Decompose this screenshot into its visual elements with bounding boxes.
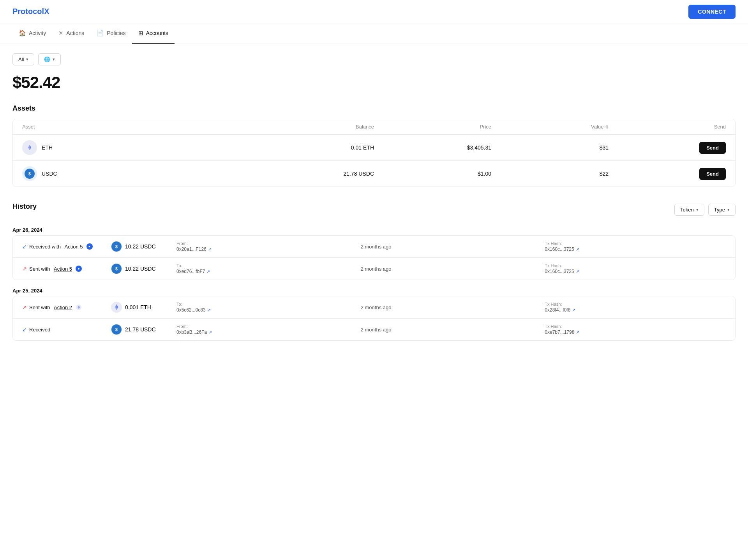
tx-hash-link-icon-3[interactable]: ↗ [572, 308, 575, 313]
history-row-2: ↗ Sent with Action 5 ● $ 10.22 USDC To: … [13, 258, 735, 280]
tx-type-text-4: Received [29, 327, 50, 333]
tx-hash-link-icon-4[interactable]: ↗ [576, 330, 579, 335]
tx-addr-value-2: 0xed76...fbF7 [176, 269, 205, 274]
col-send: Send [609, 124, 726, 130]
asset-eth-cell: ETH [22, 140, 257, 155]
assets-table: Asset Balance Price Value ⇅ Send [12, 119, 736, 187]
usdc-send-button[interactable]: Send [699, 168, 726, 180]
usdc-icon: $ [22, 166, 37, 181]
nav-item-policies[interactable]: 📄 Policies [90, 23, 132, 44]
tx-hash-value-3: 0x28f4...f0f8 [545, 307, 570, 313]
tx-type-text-2: Sent with [29, 266, 51, 272]
tx-hash-4: Tx Hash: 0xe7b7...1798 ↗ [545, 324, 726, 335]
date-label-apr26: Apr 26, 2024 [12, 223, 736, 235]
nav-item-accounts[interactable]: ⊞ Accounts [132, 23, 175, 44]
external-link-icon-4[interactable]: ↗ [208, 330, 212, 335]
tx-time-3: 2 months ago [361, 305, 542, 310]
tx-hash-value-1: 0x160c...3725 [545, 247, 574, 252]
col-asset: Asset [22, 124, 257, 130]
chevron-down-icon-token: ▾ [696, 207, 699, 212]
tx-action-link-1[interactable]: Action 5 [65, 244, 83, 250]
received-arrow-icon-1: ↙ [22, 243, 27, 250]
sent-arrow-icon-2: ↗ [22, 266, 27, 272]
total-balance: $52.42 [12, 73, 736, 92]
tx-action-link-2[interactable]: Action 5 [54, 266, 72, 272]
tx-addr-label-4: From: [176, 324, 358, 329]
external-link-icon-1[interactable]: ↗ [208, 247, 212, 252]
tx-action-link-3[interactable]: Action 2 [54, 305, 72, 310]
col-value: Value ⇅ [491, 124, 609, 130]
assets-table-header: Asset Balance Price Value ⇅ Send [13, 119, 735, 135]
tx-type-text-1: Received with [29, 244, 62, 250]
tx-addr-1: From: 0x20a1...F126 ↗ [176, 241, 358, 252]
usdc-send-cell: Send [609, 168, 726, 180]
history-header: History Token ▾ Type ▾ [12, 203, 736, 217]
eth-badge-3 [76, 305, 81, 310]
tx-hash-1: Tx Hash: 0x160c...3725 ↗ [545, 241, 726, 252]
nav-label-actions: Actions [66, 30, 84, 36]
type-filter-button[interactable]: Type ▾ [708, 204, 736, 216]
history-row-1: ↙ Received with Action 5 ● $ 10.22 USDC … [13, 236, 735, 258]
external-link-icon-3[interactable]: ↗ [207, 308, 211, 313]
grid-icon: ⊞ [138, 30, 143, 37]
date-label-apr25: Apr 25, 2024 [12, 284, 736, 296]
tx-asset-3: 0.001 ETH [111, 302, 173, 313]
nav: 🏠 Activity ✳ Actions 📄 Policies ⊞ Accoun… [0, 23, 748, 44]
external-link-icon-2[interactable]: ↗ [206, 269, 210, 274]
tx-hash-link-icon-1[interactable]: ↗ [576, 247, 579, 252]
nav-label-activity: Activity [29, 30, 46, 36]
action-badge-2: ● [76, 266, 82, 272]
all-filter-button[interactable]: All ▾ [12, 53, 34, 65]
tx-hash-label-4: Tx Hash: [545, 324, 726, 329]
history-table-apr25: ↗ Sent with Action 2 0.001 ETH To: 0x5c6… [12, 296, 736, 341]
type-filter-label: Type [714, 207, 725, 213]
asterisk-icon: ✳ [58, 30, 64, 37]
sort-icon: ⇅ [605, 125, 609, 129]
all-filter-label: All [18, 56, 24, 62]
action-badge-1: ● [86, 243, 93, 250]
eth-send-button[interactable]: Send [699, 142, 726, 154]
tx-hash-value-2: 0x160c...3725 [545, 269, 574, 274]
logo: ProtocolX [12, 7, 49, 16]
token-filter-button[interactable]: Token ▾ [674, 204, 704, 216]
eth-icon-tx-3 [111, 302, 122, 313]
sent-arrow-icon-3: ↗ [22, 304, 27, 310]
tx-hash-2: Tx Hash: 0x160c...3725 ↗ [545, 263, 726, 274]
tx-amount-2: 10.22 USDC [125, 266, 156, 272]
tx-addr-value-4: 0xb3aB...26Fa [176, 329, 207, 335]
tx-asset-1: $ 10.22 USDC [111, 241, 173, 252]
tx-addr-value-3: 0x5c62...0c83 [176, 307, 206, 313]
tx-hash-3: Tx Hash: 0x28f4...f0f8 ↗ [545, 302, 726, 313]
asset-row-eth: ETH 0.01 ETH $3,405.31 $31 Send [13, 135, 735, 161]
eth-price: $3,405.31 [374, 144, 491, 151]
col-price: Price [374, 124, 491, 130]
tx-hash-link-icon-2[interactable]: ↗ [576, 269, 579, 274]
svg-text:$: $ [115, 266, 118, 271]
tx-asset-2: $ 10.22 USDC [111, 263, 173, 274]
history-table-apr26: ↙ Received with Action 5 ● $ 10.22 USDC … [12, 235, 736, 280]
tx-type-text-3: Sent with [29, 305, 51, 310]
usdc-name: USDC [42, 171, 57, 177]
tx-time-1: 2 months ago [361, 244, 542, 250]
nav-label-accounts: Accounts [146, 30, 169, 36]
tx-hash-label-3: Tx Hash: [545, 302, 726, 306]
tx-hash-label-1: Tx Hash: [545, 241, 726, 246]
chevron-down-icon: ▾ [26, 57, 28, 62]
usdc-icon-tx-2: $ [111, 263, 122, 274]
globe-filter-button[interactable]: 🌐 ▾ [38, 53, 61, 65]
usdc-balance: 21.78 USDC [257, 171, 374, 177]
svg-text:$: $ [28, 171, 31, 176]
eth-name: ETH [42, 144, 53, 151]
connect-button[interactable]: CONNECT [688, 5, 736, 19]
globe-icon: 🌐 [44, 56, 50, 62]
nav-item-actions[interactable]: ✳ Actions [52, 23, 90, 44]
nav-item-activity[interactable]: 🏠 Activity [12, 23, 52, 44]
eth-icon [22, 140, 37, 155]
tx-hash-value-4: 0xe7b7...1798 [545, 329, 574, 335]
tx-amount-1: 10.22 USDC [125, 243, 156, 250]
logo-x: X [44, 7, 49, 16]
eth-send-cell: Send [609, 142, 726, 154]
history-row-3: ↗ Sent with Action 2 0.001 ETH To: 0x5c6… [13, 296, 735, 319]
home-icon: 🏠 [19, 30, 26, 37]
asset-row-usdc: $ USDC 21.78 USDC $1.00 $22 Send [13, 161, 735, 187]
